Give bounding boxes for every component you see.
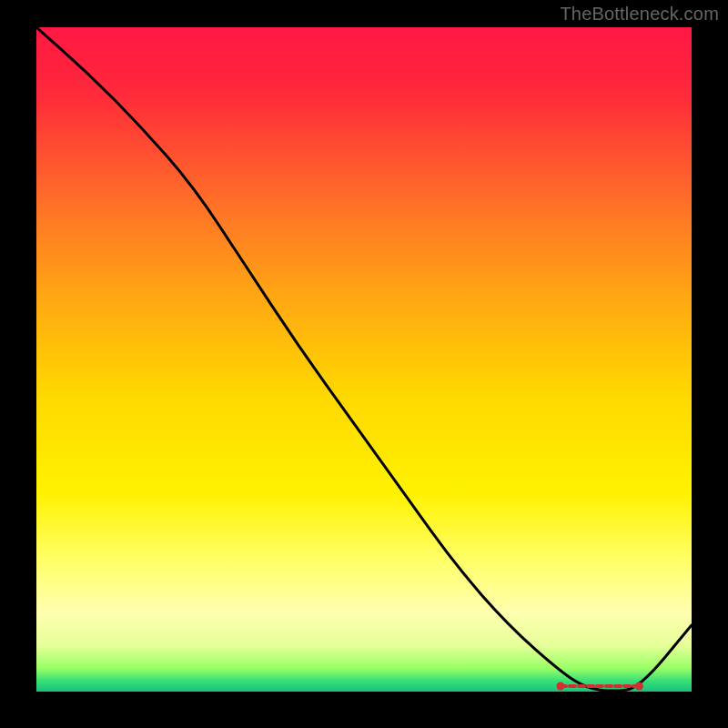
chart-frame: TheBottleneck.com <box>0 0 728 728</box>
plot-area <box>36 27 692 692</box>
curve-layer <box>36 27 692 692</box>
svg-point-2 <box>557 682 565 691</box>
svg-point-3 <box>635 682 643 691</box>
attribution-text: TheBottleneck.com <box>560 4 719 25</box>
bottleneck-curve <box>36 27 692 691</box>
